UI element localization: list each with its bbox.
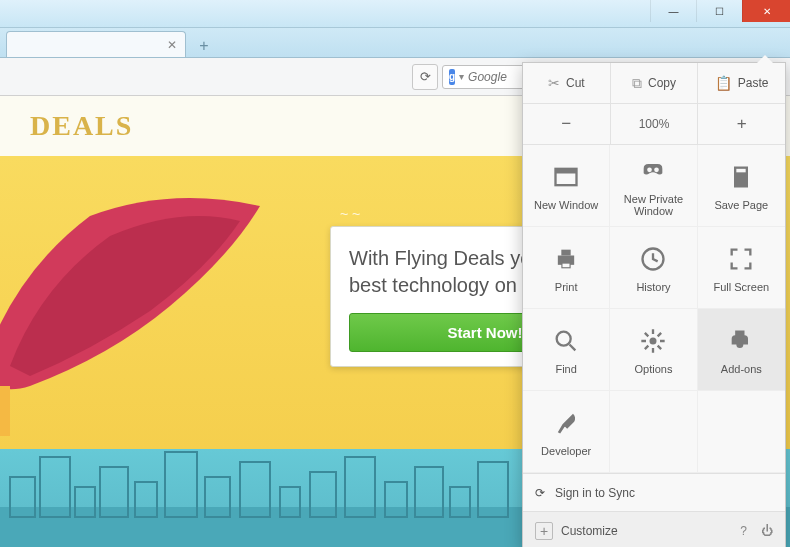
window-maximize-button[interactable]: ☐: [696, 0, 742, 22]
menu-cut[interactable]: ✂Cut: [523, 63, 611, 103]
zoom-value: 100%: [611, 104, 699, 144]
menu-item-print[interactable]: Print: [523, 227, 610, 309]
svg-rect-21: [737, 168, 746, 172]
dropdown-icon[interactable]: ▾: [459, 71, 464, 82]
reload-button[interactable]: ⟳: [412, 64, 438, 90]
menu-item-label: New Private Window: [614, 193, 692, 217]
menu-item-addons[interactable]: Add-ons: [698, 309, 785, 391]
menu-paste[interactable]: 📋Paste: [698, 63, 785, 103]
menu-item-developer[interactable]: Developer: [523, 391, 610, 473]
save-page-icon: [725, 161, 757, 193]
menu-item-label: Print: [555, 281, 578, 293]
options-icon: [637, 325, 669, 357]
zoom-out-button[interactable]: −: [523, 104, 611, 144]
menu-copy[interactable]: ⧉Copy: [611, 63, 699, 103]
menu-edit-row: ✂Cut ⧉Copy 📋Paste: [523, 63, 785, 104]
menu-item-empty: [698, 391, 785, 473]
tab-strip: ✕ +: [0, 28, 790, 58]
browser-tab[interactable]: ✕: [6, 31, 186, 57]
new-window-icon: [550, 161, 582, 193]
menu-grid: New WindowNew Private WindowSave PagePri…: [523, 145, 785, 473]
menu-item-label: History: [636, 281, 670, 293]
menu-footer: + Customize ? ⏻: [523, 511, 785, 547]
menu-item-new-private[interactable]: New Private Window: [610, 145, 697, 227]
svg-point-19: [648, 167, 653, 172]
svg-rect-23: [561, 249, 570, 255]
menu-item-label: Full Screen: [714, 281, 770, 293]
window-titlebar: — ☐ ✕: [0, 0, 790, 28]
cut-icon: ✂: [548, 75, 560, 91]
svg-point-20: [655, 167, 660, 172]
print-icon: [550, 243, 582, 275]
menu-item-find[interactable]: Find: [523, 309, 610, 391]
menu-item-label: Options: [635, 363, 673, 375]
menu-item-options[interactable]: Options: [610, 309, 697, 391]
menu-item-label: Find: [555, 363, 576, 375]
tab-close-icon[interactable]: ✕: [167, 38, 177, 52]
menu-zoom-row: − 100% +: [523, 104, 785, 145]
menu-sync[interactable]: ⟳ Sign in to Sync: [523, 473, 785, 511]
power-icon[interactable]: ⏻: [761, 524, 773, 538]
fullscreen-icon: [725, 243, 757, 275]
menu-item-new-window[interactable]: New Window: [523, 145, 610, 227]
menu-item-save-page[interactable]: Save Page: [698, 145, 785, 227]
window-close-button[interactable]: ✕: [742, 0, 790, 22]
menu-item-label: Add-ons: [721, 363, 762, 375]
menu-customize[interactable]: + Customize: [535, 522, 618, 540]
copy-icon: ⧉: [632, 75, 642, 92]
svg-point-28: [650, 337, 657, 344]
sync-icon: ⟳: [535, 486, 545, 500]
site-logo: DEALS: [30, 110, 133, 142]
menu-item-label: New Window: [534, 199, 598, 211]
menu-item-fullscreen[interactable]: Full Screen: [698, 227, 785, 309]
developer-icon: [550, 407, 582, 439]
svg-point-27: [557, 331, 571, 345]
history-icon: [637, 243, 669, 275]
window-minimize-button[interactable]: —: [650, 0, 696, 22]
new-tab-button[interactable]: +: [190, 35, 218, 57]
svg-rect-18: [556, 168, 577, 173]
menu-item-history[interactable]: History: [610, 227, 697, 309]
svg-rect-25: [563, 263, 570, 267]
superhero-illustration: [0, 176, 290, 436]
svg-rect-0: [0, 386, 10, 436]
addons-icon: [725, 325, 757, 357]
search-engine-icon: g: [449, 69, 455, 85]
menu-item-label: Save Page: [714, 199, 768, 211]
help-icon[interactable]: ?: [740, 524, 747, 538]
menu-item-empty: [610, 391, 697, 473]
zoom-in-button[interactable]: +: [698, 104, 785, 144]
paste-icon: 📋: [715, 75, 732, 91]
new-private-icon: [637, 155, 669, 187]
menu-item-label: Developer: [541, 445, 591, 457]
hamburger-menu-panel: ✂Cut ⧉Copy 📋Paste − 100% + New WindowNew…: [522, 62, 786, 547]
customize-icon: +: [535, 522, 553, 540]
find-icon: [550, 325, 582, 357]
